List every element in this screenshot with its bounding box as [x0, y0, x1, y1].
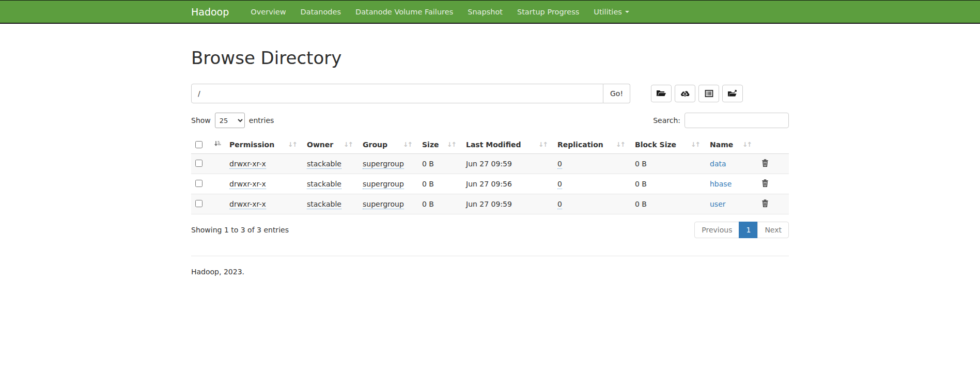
folder-move-icon	[727, 89, 738, 98]
upload-files-button[interactable]	[675, 85, 695, 102]
table-footer: Showing 1 to 3 of 3 entries Previous 1 N…	[191, 222, 789, 238]
cloud-upload-icon	[680, 89, 690, 98]
delete-button[interactable]	[761, 199, 769, 209]
actions-cell	[757, 174, 789, 194]
delete-button[interactable]	[761, 179, 769, 189]
permission-value[interactable]: drwxr-xr-x	[229, 180, 266, 189]
list-alt-icon	[705, 89, 713, 98]
replication-value[interactable]: 0	[557, 180, 562, 189]
nav-item-datanode-volume-failures[interactable]: Datanode Volume Failures	[348, 8, 460, 16]
header-replication[interactable]: Replication↓↑	[553, 135, 631, 154]
header-group[interactable]: Group↓↑	[359, 135, 418, 154]
last-modified-value: Jun 27 09:59	[462, 194, 553, 214]
checkbox-cell	[191, 154, 225, 174]
go-button[interactable]: Go!	[603, 84, 630, 103]
header-block-size[interactable]: Block Size↓↑	[631, 135, 706, 154]
size-value: 0 B	[418, 174, 462, 194]
row-checkbox[interactable]	[195, 180, 203, 187]
last-modified-value: Jun 27 09:59	[462, 154, 553, 174]
select-all-header	[191, 135, 225, 154]
nav-item-overview[interactable]: Overview	[243, 8, 293, 16]
directory-path-input[interactable]	[191, 84, 603, 103]
sort-icon: ↓↑	[447, 141, 458, 148]
entries-info: Showing 1 to 3 of 3 entries	[191, 226, 289, 234]
pagination-page-1[interactable]: 1	[739, 222, 758, 238]
owner-value[interactable]: stackable	[307, 160, 341, 169]
owner-cell: stackable	[303, 154, 359, 174]
trash-icon	[761, 199, 769, 209]
header-owner[interactable]: Owner↓↑	[303, 135, 359, 154]
group-value[interactable]: supergroup	[363, 160, 404, 169]
replication-value[interactable]: 0	[557, 160, 562, 169]
group-value[interactable]: supergroup	[363, 180, 404, 189]
table-row: drwxr-xr-x stackable supergroup 0 B Jun …	[191, 154, 789, 174]
directory-table-body: drwxr-xr-x stackable supergroup 0 B Jun …	[191, 154, 789, 214]
nav-item-startup-progress[interactable]: Startup Progress	[510, 8, 586, 16]
table-header-row: Permission↓↑ Owner↓↑ Group↓↑ Size↓↑ Last…	[191, 135, 789, 154]
permission-value[interactable]: drwxr-xr-x	[229, 160, 266, 169]
directory-table: Permission↓↑ Owner↓↑ Group↓↑ Size↓↑ Last…	[191, 135, 789, 214]
permission-cell: drwxr-xr-x	[225, 154, 303, 174]
show-label: Show	[191, 116, 211, 125]
navbar: Hadoop Overview Datanodes Datanode Volum…	[0, 0, 980, 24]
page-size-select[interactable]: 25	[215, 113, 245, 128]
header-name[interactable]: Name↓↑	[706, 135, 757, 154]
move-button[interactable]	[722, 85, 743, 102]
sort-descending-icon[interactable]	[214, 140, 221, 149]
directory-name-link[interactable]: user	[710, 200, 726, 208]
replication-cell: 0	[553, 154, 631, 174]
search-input[interactable]	[685, 113, 789, 128]
owner-cell: stackable	[303, 174, 359, 194]
pagination-next[interactable]: Next	[758, 222, 789, 238]
sort-icon: ↓↑	[691, 141, 702, 148]
block-size-value: 0 B	[631, 174, 706, 194]
replication-value[interactable]: 0	[557, 200, 562, 209]
row-checkbox[interactable]	[195, 160, 203, 167]
header-last-modified[interactable]: Last Modified↓↑	[462, 135, 553, 154]
header-size[interactable]: Size↓↑	[418, 135, 462, 154]
sort-icon: ↓↑	[344, 141, 354, 148]
paste-button[interactable]	[698, 85, 719, 102]
group-cell: supergroup	[359, 194, 418, 214]
block-size-value: 0 B	[631, 154, 706, 174]
name-cell: data	[706, 154, 757, 174]
group-cell: supergroup	[359, 174, 418, 194]
nav-item-datanodes[interactable]: Datanodes	[293, 8, 348, 16]
permission-value[interactable]: drwxr-xr-x	[229, 200, 266, 209]
group-value[interactable]: supergroup	[363, 200, 404, 209]
owner-value[interactable]: stackable	[307, 200, 341, 209]
create-directory-button[interactable]	[651, 85, 672, 102]
path-bar: Go!	[191, 84, 789, 103]
checkbox-cell	[191, 174, 225, 194]
header-permission[interactable]: Permission↓↑	[225, 135, 303, 154]
table-row: drwxr-xr-x stackable supergroup 0 B Jun …	[191, 194, 789, 214]
navbar-brand[interactable]: Hadoop	[191, 6, 236, 18]
directory-name-link[interactable]: data	[710, 160, 726, 168]
delete-button[interactable]	[761, 159, 769, 168]
table-controls: Show 25 entries Search:	[191, 113, 789, 128]
name-cell: user	[706, 194, 757, 214]
header-actions	[757, 135, 789, 154]
trash-icon	[761, 159, 769, 168]
directory-name-link[interactable]: hbase	[710, 180, 732, 188]
owner-value[interactable]: stackable	[307, 180, 341, 189]
entries-label: entries	[249, 116, 274, 125]
group-cell: supergroup	[359, 154, 418, 174]
utilities-label: Utilities	[594, 8, 622, 16]
sort-icon: ↓↑	[616, 141, 627, 148]
nav-item-snapshot[interactable]: Snapshot	[460, 8, 510, 16]
sort-icon: ↓↑	[742, 141, 753, 148]
size-value: 0 B	[418, 154, 462, 174]
size-value: 0 B	[418, 194, 462, 214]
pagination-previous[interactable]: Previous	[694, 222, 739, 238]
table-row: drwxr-xr-x stackable supergroup 0 B Jun …	[191, 174, 789, 194]
select-all-checkbox[interactable]	[195, 141, 203, 148]
nav-item-utilities[interactable]: Utilities	[586, 8, 636, 16]
chevron-down-icon	[625, 11, 629, 13]
actions-cell	[757, 154, 789, 174]
row-checkbox[interactable]	[195, 200, 203, 207]
trash-icon	[761, 179, 769, 189]
block-size-value: 0 B	[631, 194, 706, 214]
replication-cell: 0	[553, 174, 631, 194]
sort-icon: ↓↑	[538, 141, 549, 148]
